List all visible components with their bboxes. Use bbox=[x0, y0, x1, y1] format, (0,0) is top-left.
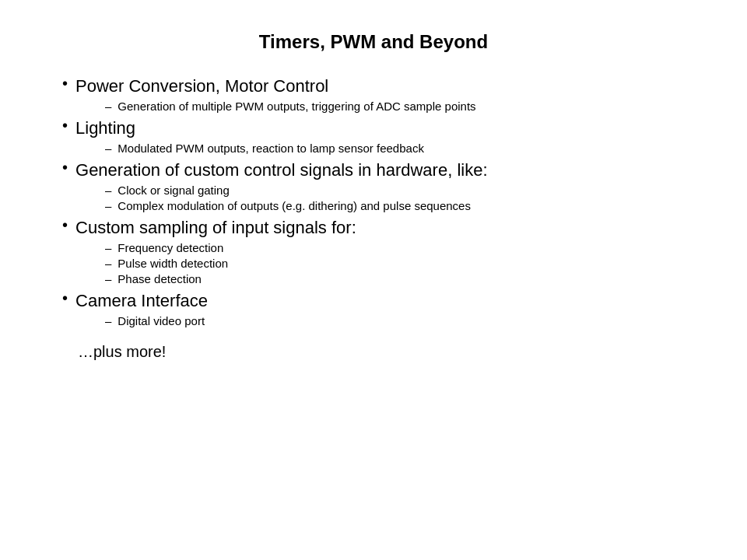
dash-lighting-1: – bbox=[105, 142, 111, 155]
sub-item-camera-1: – Digital video port bbox=[105, 314, 700, 327]
dash-custom-2: – bbox=[105, 257, 111, 270]
slide-content: • Power Conversion, Motor Control – Gene… bbox=[47, 76, 700, 537]
sub-text-custom-2: Pulse width detection bbox=[117, 257, 228, 270]
bullet-item-generation: • Generation of custom control signals i… bbox=[62, 160, 700, 180]
bullet-dot-generation: • bbox=[62, 159, 68, 177]
sub-item-gen-1: – Clock or signal gating bbox=[105, 184, 700, 197]
slide-title: Timers, PWM and Beyond bbox=[47, 31, 700, 53]
bullet-text-lighting: Lighting bbox=[75, 118, 135, 138]
bullet-dot-custom: • bbox=[62, 216, 68, 234]
dash-custom-1: – bbox=[105, 241, 111, 254]
bullet-text-camera: Camera Interface bbox=[75, 291, 208, 311]
dash-camera-1: – bbox=[105, 314, 111, 327]
bullet-dot-camera: • bbox=[62, 289, 68, 307]
sub-text-power-1: Generation of multiple PWM outputs, trig… bbox=[117, 100, 475, 113]
slide: Timers, PWM and Beyond • Power Conversio… bbox=[0, 0, 747, 560]
bullet-text-generation: Generation of custom control signals in … bbox=[75, 160, 487, 180]
dash-custom-3: – bbox=[105, 272, 111, 285]
bullet-text-power: Power Conversion, Motor Control bbox=[75, 76, 328, 96]
sub-item-power-1: – Generation of multiple PWM outputs, tr… bbox=[105, 100, 700, 113]
footer-text: …plus more! bbox=[78, 343, 700, 361]
bullet-dot-power: • bbox=[62, 75, 68, 93]
bullet-item-lighting: • Lighting bbox=[62, 118, 700, 138]
bullet-item-custom: • Custom sampling of input signals for: bbox=[62, 218, 700, 238]
dash-gen-2: – bbox=[105, 199, 111, 212]
sub-text-custom-1: Frequency detection bbox=[117, 241, 223, 254]
sub-text-gen-2: Complex modulation of outputs (e.g. dith… bbox=[117, 199, 471, 212]
sub-text-custom-3: Phase detection bbox=[117, 272, 202, 285]
bullet-item-camera: • Camera Interface bbox=[62, 291, 700, 311]
bullet-item-power: • Power Conversion, Motor Control bbox=[62, 76, 700, 96]
bullet-dot-lighting: • bbox=[62, 117, 68, 135]
sub-item-gen-2: – Complex modulation of outputs (e.g. di… bbox=[105, 199, 700, 212]
sub-item-lighting-1: – Modulated PWM outputs, reaction to lam… bbox=[105, 142, 700, 155]
sub-item-custom-1: – Frequency detection bbox=[105, 241, 700, 254]
sub-text-lighting-1: Modulated PWM outputs, reaction to lamp … bbox=[117, 142, 424, 155]
sub-text-camera-1: Digital video port bbox=[117, 314, 205, 327]
sub-item-custom-3: – Phase detection bbox=[105, 272, 700, 285]
bullet-text-custom: Custom sampling of input signals for: bbox=[75, 218, 356, 238]
dash-power-1: – bbox=[105, 100, 111, 113]
dash-gen-1: – bbox=[105, 184, 111, 197]
sub-item-custom-2: – Pulse width detection bbox=[105, 257, 700, 270]
sub-text-gen-1: Clock or signal gating bbox=[117, 184, 229, 197]
